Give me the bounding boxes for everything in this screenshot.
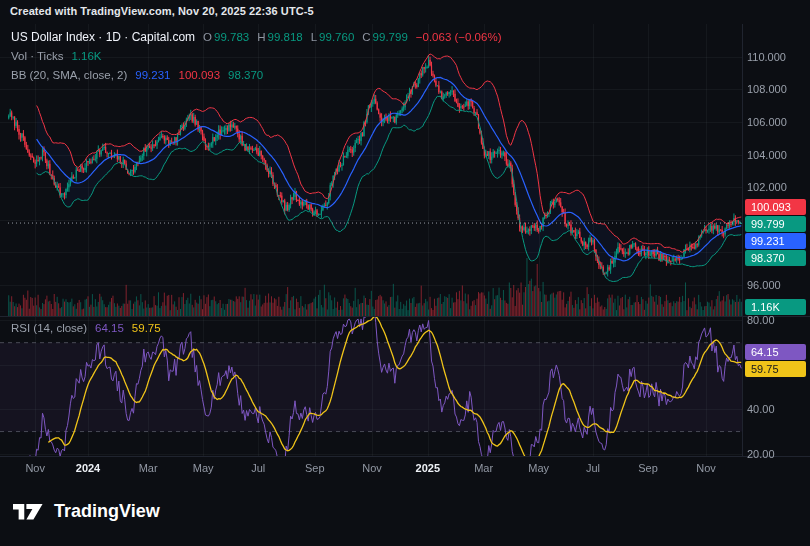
time-tick: Jul [586,462,600,474]
attribution-text: Created with TradingView.com, Nov 20, 20… [10,5,314,17]
time-tick: Nov [362,462,382,474]
time-tick: 2025 [416,462,440,474]
time-tick: Jul [251,462,265,474]
time-tick: 2024 [76,462,100,474]
time-tick: Mar [139,462,158,474]
time-tick: May [193,462,214,474]
time-tick: Mar [474,462,493,474]
chart-area[interactable]: US Dollar Index · 1D · Capital.com O 99.… [0,24,810,484]
footer-branding: TradingView [13,492,160,530]
time-tick: Sep [638,462,658,474]
tradingview-snapshot: Created with TradingView.com, Nov 20, 20… [0,0,810,546]
time-tick: Nov [696,462,716,474]
time-tick: May [528,462,549,474]
tradingview-logo-icon [13,499,44,523]
brand-wordmark: TradingView [54,501,160,522]
time-axis[interactable]: Nov2024MarMayJulSepNov2025MarMayJulSepNo… [0,24,810,484]
time-tick: Nov [25,462,45,474]
time-tick: Sep [305,462,325,474]
